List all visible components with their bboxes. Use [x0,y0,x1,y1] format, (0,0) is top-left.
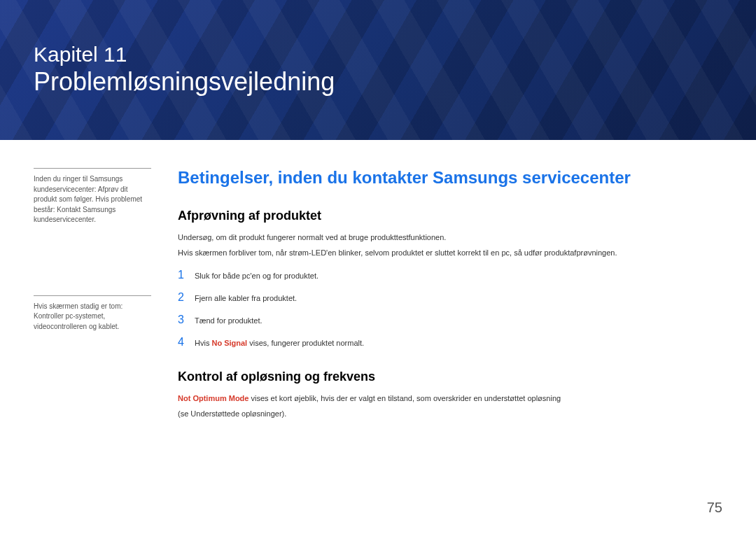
step-2: 2 Fjern alle kabler fra produktet. [178,291,722,304]
subsection-1-p1: Undersøg, om dit produkt fungerer normal… [178,232,722,244]
side-note-1: Inden du ringer til Samsungs kundeservic… [34,168,151,225]
step-4: 4 Hvis No Signal vises, fungerer produkt… [178,336,722,349]
step-text: Sluk for både pc'en og for produktet. [195,272,318,280]
chapter-label: Kapitel 11 [34,42,756,67]
chapter-banner: Kapitel 11 Problemløsningsvejledning [0,0,756,140]
steps-list: 1 Sluk for både pc'en og for produktet. … [178,269,722,349]
subsection-2-p2: (se Understøttede opløsninger). [178,408,722,421]
main-column: Betingelser, inden du kontakter Samsungs… [165,168,722,423]
section-title: Betingelser, inden du kontakter Samsungs… [178,168,722,188]
subsection-1-title: Afprøvning af produktet [178,209,722,223]
step-number: 4 [178,336,195,349]
not-optimum-mode-label: Not Optimum Mode [178,394,248,402]
step-3: 3 Tænd for produktet. [178,314,722,326]
subsection-2-p1: Not Optimum Mode vises et kort øjeblik, … [178,393,722,405]
step-1: 1 Sluk for både pc'en og for produktet. [178,269,722,281]
step-text: Fjern alle kabler fra produktet. [195,294,297,302]
step-number: 2 [178,291,195,304]
step-text: Tænd for produktet. [195,316,262,325]
step-text: Hvis No Signal vises, fungerer produktet… [195,339,364,347]
sidebar: Inden du ringer til Samsungs kundeservic… [34,168,165,423]
step-number: 1 [178,269,195,281]
chapter-title: Problemløsningsvejledning [34,67,756,96]
step-number: 3 [178,314,195,326]
page-number: 75 [707,500,722,516]
no-signal-label: No Signal [211,339,247,347]
subsection-2-title: Kontrol af opløsning og frekvens [178,370,722,384]
subsection-1-p2: Hvis skærmen forbliver tom, når strøm-LE… [178,247,722,260]
page-content: Inden du ringer til Samsungs kundeservic… [0,140,756,423]
side-note-2: Hvis skærmen stadig er tom: Kontroller p… [34,295,151,332]
